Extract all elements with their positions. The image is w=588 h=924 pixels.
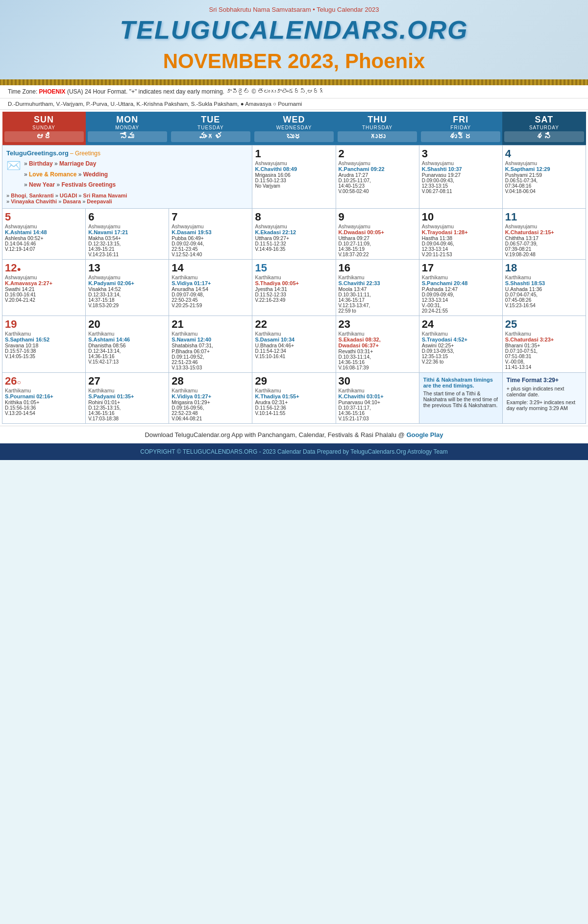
festivals-greetings-link[interactable]: Festivals Greetings: [62, 181, 116, 188]
tithi-26: S.Pournami 02:16+: [5, 393, 83, 399]
google-play-link[interactable]: Google Play: [406, 431, 443, 438]
masa-10: Ashwayujamu: [422, 223, 500, 229]
greetings-site[interactable]: TeluguGreetings.org: [6, 149, 69, 157]
masa-11: Ashwayujamu: [505, 223, 583, 229]
cell-wed-29: 29 Karthikamu K.Thadiya 01:55+ Arudra 02…: [252, 372, 336, 423]
tithi-29: K.Thadiya 01:55+: [255, 393, 333, 399]
timing-d20: D.12:34-13:14,: [88, 348, 166, 354]
cell-wed-8: 8 Ashwayujamu K.Ekadasi 22:12 Utthara 09…: [252, 208, 336, 259]
nakshatra-29: Arudra 02:31+: [255, 399, 333, 405]
deepavali-link[interactable]: Deepavali: [87, 198, 112, 204]
date-30: 30: [339, 375, 416, 388]
timing-d21b: 22:51-23:46: [172, 360, 249, 365]
timing-v30: V.15:21-17:03: [339, 416, 416, 421]
ugadi-link[interactable]: UGADI: [60, 193, 77, 198]
sankranti-link[interactable]: Sankranti: [29, 193, 53, 198]
marriage-day-link[interactable]: Marriage Day: [59, 160, 96, 167]
cell-thu-16: 16 Karthikamu S.Chavithi 22:33 Moola 13:…: [336, 259, 419, 316]
timing-d4b: 07:34-08:16: [505, 183, 583, 189]
cell-sun-19: 19 Karthikamu S.Sapthami 16:52 Sravana 1…: [2, 316, 86, 372]
love-romance-link[interactable]: Love & Romance: [29, 171, 76, 178]
timing-d24: D.09:13-09:53,: [422, 348, 500, 354]
timing-d27: D.12:35-13:15,: [88, 405, 166, 411]
timing-v18: V.15:23-16:54: [505, 303, 583, 308]
masa-22: Karthikamu: [255, 331, 333, 337]
timing-v25b: 11:41-13:14: [505, 365, 583, 370]
nakshatra-24: Aswini 02:25+: [422, 342, 500, 348]
timing-v17: V.-00:31,: [422, 303, 500, 308]
timing-v27: V.17:03-18:38: [88, 416, 166, 421]
timing-d23: D.10:33-11:14,: [339, 354, 416, 360]
tithi-19: S.Sapthami 16:52: [5, 337, 83, 342]
pournami-symbol: ○: [17, 378, 21, 386]
tithi-25: S.Chaturdasi 3:23+: [505, 337, 583, 342]
nakshatra-2: Arudra 17:27: [339, 172, 416, 178]
bhogi-link[interactable]: Bhogi: [11, 193, 26, 198]
date-3: 3: [422, 147, 500, 160]
timing-d3b: 12:33-13:15: [422, 183, 500, 189]
timing-d20b: 14:36-15:16: [88, 354, 166, 359]
timing-d6: D.12:32-13:15,: [88, 241, 166, 246]
nakshatra-7: Pubba 06:49+: [172, 235, 249, 241]
sunday-header: SUN SUNDAY ఆది: [2, 112, 86, 146]
timing-d17: D.09:09-09:49,: [422, 292, 500, 297]
timing-v1: No Varjyam: [255, 183, 333, 189]
masa-27: Karthikamu: [88, 388, 166, 393]
tithi-30: K.Chavithi 03:01+: [339, 393, 416, 399]
timing-d7: D.09:02-09:44,: [172, 241, 249, 246]
note-body: The start time of a Tithi & Nakshatra wi…: [423, 390, 498, 408]
timing-d13: D.12:33-13:14,: [88, 292, 166, 297]
tithi-17: S.Panchami 20:48: [422, 280, 500, 286]
cell-wed-22: 22 Karthikamu S.Dasami 10:34 U.Bhadra 04…: [252, 316, 336, 372]
dasara-link[interactable]: Dasara: [63, 198, 81, 204]
wednesday-header: WED WEDNESDAY బుధ: [252, 112, 336, 146]
date-14: 14: [172, 262, 249, 274]
timing-d27b: 14:36-15:16: [88, 411, 166, 416]
timing-v6: V.14:23-16:11: [88, 252, 166, 257]
wedding-link[interactable]: Wedding: [83, 171, 108, 178]
date-22: 22: [255, 318, 333, 331]
birthday-link[interactable]: Birthday: [29, 160, 53, 167]
date-13: 13: [88, 262, 166, 274]
timing-d2: D.10:25-11:07,: [339, 178, 416, 183]
nakshatra-16: Moola 13:47: [339, 286, 416, 292]
date-15: 15: [255, 262, 333, 274]
new-year-link[interactable]: New Year: [29, 181, 55, 188]
date-11: 11: [505, 211, 583, 223]
date-6: 6: [88, 211, 166, 223]
timing-d17b: 12:33-13:14: [422, 297, 500, 303]
cell-wed-15: 15 Karthikamu S.Thadiya 00:05+ Jyestha 1…: [252, 259, 336, 316]
tithi-3: K.Shashti 10:37: [422, 166, 500, 172]
sri-rama-navami-link[interactable]: Sri Rama Navami: [83, 193, 127, 198]
vinayaka-chavithi-link[interactable]: Vinayaka Chavithi: [11, 198, 57, 204]
nakshatra-22: U.Bhadra 04:46+: [255, 342, 333, 348]
cell-fri-3: 3 Ashwayujamu K.Shashti 10:37 Punarvasu …: [419, 146, 502, 209]
date-12: 12●: [5, 262, 83, 274]
timing-d5: D.14:04-16:46: [5, 241, 83, 246]
nakshatra-5: Ashlesha 00:52+: [5, 235, 83, 241]
greetings-cell: TeluguGreetings.org – Greetings ✉️ » Bir…: [2, 146, 252, 209]
nakshatra-21b: P.Bhadra 06:07+: [172, 348, 249, 354]
greetings-site-line: TeluguGreetings.org – Greetings: [6, 149, 248, 157]
timing-v23: V.16:08-17:39: [339, 365, 416, 370]
tithi-9: K.Dwadasi 00:05+: [339, 229, 416, 235]
greetings-links: » Birthday » Marriage Day » Love & Roman…: [24, 159, 116, 191]
date-17: 17: [422, 262, 500, 274]
masa-12: Ashwayujamu: [5, 274, 83, 280]
tithi-6: K.Navami 17:21: [88, 229, 166, 235]
nakshatra-4: Pushyami 21:59: [505, 172, 583, 178]
cell-mon-27: 27 Karthikamu S.Padyami 01:35+ Rohini 01…: [86, 372, 169, 423]
masa-17: Karthikamu: [422, 274, 500, 280]
cell-tue-7: 7 Ashwayujamu K.Dasami 19:53 Pubba 06:49…: [169, 208, 252, 259]
timing-d19: D.15:57-16:38: [5, 348, 83, 354]
timing-d29: D.11:56-12:36: [255, 405, 333, 411]
month-title: NOVEMBER 2023, Phoenix: [10, 45, 578, 75]
masa-1: Ashwayujamu: [255, 160, 333, 166]
timing-v29: V.10:14-11:55: [255, 411, 333, 416]
timing-d6b: 14:39-15:21: [88, 246, 166, 252]
week-1: TeluguGreetings.org – Greetings ✉️ » Bir…: [2, 146, 586, 209]
timing-v17b: 20:24-21:55: [422, 308, 500, 314]
date-29: 29: [255, 375, 333, 388]
nakshatra-12: Swathi 14:21: [5, 286, 83, 292]
tithi-23b: Dwadasi 06:37+: [339, 342, 416, 348]
